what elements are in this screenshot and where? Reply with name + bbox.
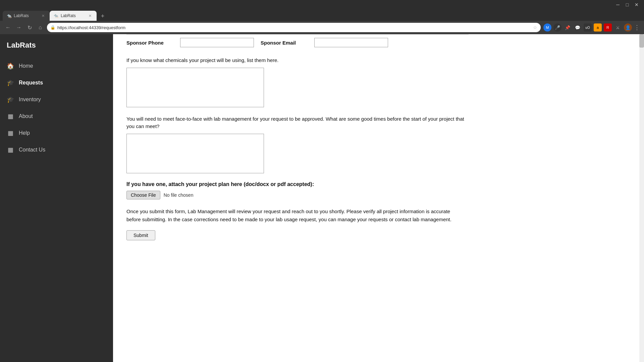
chemicals-label: If you know what chemicals your project … [126,57,469,64]
ext-red[interactable]: R [604,23,612,32]
tab-2-label: LabRats [61,13,76,18]
ext-extra[interactable]: ⚔ [614,23,622,32]
lock-icon: 🔒 [50,25,55,30]
home-icon: 🏠 [7,62,14,70]
tab-2-close[interactable]: ✕ [87,13,93,18]
main-content: Sponsor Phone Sponsor Email If you know … [113,34,644,362]
address-bar-row: ← → ↻ ⌂ 🔒 https://localhost:44339/reques… [0,21,644,34]
sponsor-phone-input[interactable] [180,38,254,47]
ext-1[interactable]: M [543,23,551,32]
sponsor-phone-label: Sponsor Phone [126,40,180,46]
sidebar-item-home-label: Home [19,63,33,69]
tab-2-favicon: 🐀 [54,13,59,18]
app-logo: LabRats [0,41,113,58]
chemicals-textarea[interactable] [126,68,264,107]
sidebar-item-about[interactable]: ▦ About [0,108,113,125]
tab-1-label: LabRats [14,13,29,18]
ext-amazon[interactable]: a [594,23,602,32]
tab-1-favicon: 🐀 [7,13,12,18]
ext-avatar[interactable]: 👤 [624,23,632,32]
sidebar-item-contact-label: Contact Us [19,147,45,153]
ext-chat[interactable]: 💬 [574,23,582,32]
ext-uo[interactable]: uO [584,23,592,32]
sidebar-item-requests-label: Requests [19,80,43,86]
back-button[interactable]: ← [4,23,12,32]
scrollbar-thumb[interactable] [639,34,644,48]
home-button[interactable]: ⌂ [36,23,44,32]
ext-pin[interactable]: 📌 [564,23,572,32]
title-bar: ─ □ ✕ [0,0,644,9]
sidebar-item-requests[interactable]: 🎓 Requests [0,74,113,91]
contact-icon: ▦ [7,146,14,154]
bookmark-icon[interactable]: ☆ [533,25,537,30]
tab-1[interactable]: 🐀 LabRats ✕ [3,11,50,21]
browser-chrome: ─ □ ✕ 🐀 LabRats ✕ 🐀 LabRats ✕ + ← → ↻ ⌂ [0,0,644,34]
browser-menu[interactable]: ⋮ [634,24,640,31]
new-tab-button[interactable]: + [98,11,107,21]
about-icon: ▦ [7,113,14,120]
sidebar-item-inventory-label: Inventory [19,97,41,103]
tab-1-close[interactable]: ✕ [40,13,46,18]
refresh-button[interactable]: ↻ [25,23,34,32]
extension-icons: M 🎤 📌 💬 uO a R ⚔ 👤 ⋮ [543,23,640,32]
sponsor-email-label: Sponsor Email [261,40,314,46]
maximize-button[interactable]: □ [623,0,632,9]
minimize-button[interactable]: ─ [613,0,623,9]
app-layout: LabRats 🏠 Home 🎓 Requests 🎓 Inventory ▦ … [0,34,644,362]
browser-window: ─ □ ✕ 🐀 LabRats ✕ 🐀 LabRats ✕ + ← → ↻ ⌂ [0,0,644,362]
tab-2[interactable]: 🐀 LabRats ✕ [50,11,97,21]
sponsor-email-input[interactable] [314,38,388,47]
choose-file-button[interactable]: Choose File [126,191,160,199]
help-icon: ▦ [7,129,14,137]
sidebar-item-home[interactable]: 🏠 Home [0,58,113,74]
url-text: https://localhost:44339/requestform [57,25,531,30]
meeting-label: You will need to meet face-to-face with … [126,115,469,130]
no-file-text: No file chosen [164,192,194,198]
sidebar-item-help[interactable]: ▦ Help [0,125,113,141]
sidebar-item-inventory[interactable]: 🎓 Inventory [0,91,113,108]
scrollbar-track[interactable] [639,34,644,362]
url-bar[interactable]: 🔒 https://localhost:44339/requestform ☆ [47,23,541,32]
close-button[interactable]: ✕ [632,0,641,9]
sidebar: LabRats 🏠 Home 🎓 Requests 🎓 Inventory ▦ … [0,34,113,362]
requests-icon: 🎓 [7,79,14,86]
submit-notice: Once you submit this form, Lab Managemen… [126,207,462,224]
sidebar-item-help-label: Help [19,130,30,136]
attach-label: If you have one, attach your project pla… [126,181,469,187]
meeting-textarea[interactable] [126,134,264,173]
submit-button[interactable]: Submit [126,230,155,240]
sponsor-row: Sponsor Phone Sponsor Email [126,34,469,47]
inventory-icon: 🎓 [7,96,14,103]
request-form: Sponsor Phone Sponsor Email If you know … [113,34,482,254]
sidebar-item-contact[interactable]: ▦ Contact Us [0,141,113,158]
file-upload-row: Choose File No file chosen [126,191,469,199]
forward-button[interactable]: → [15,23,23,32]
sidebar-item-about-label: About [19,113,33,119]
ext-mic[interactable]: 🎤 [553,23,561,32]
